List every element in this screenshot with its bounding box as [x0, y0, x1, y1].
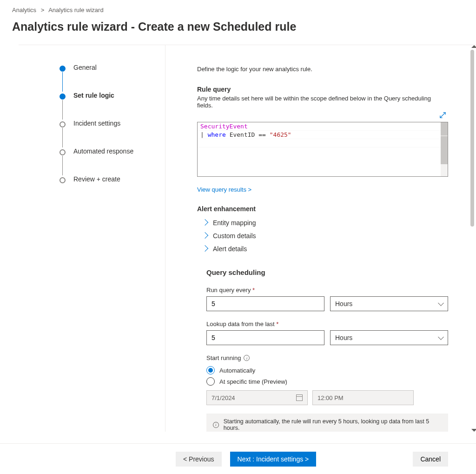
step-dot-icon	[60, 66, 66, 72]
chevron-right-icon	[202, 245, 208, 252]
radio-icon	[206, 366, 215, 374]
start-date-input: 7/1/2024	[206, 390, 308, 405]
step-review-create[interactable]: Review + create	[60, 175, 154, 183]
page-title: Analytics rule wizard - Create a new Sch…	[0, 17, 476, 45]
calendar-icon	[296, 394, 303, 401]
query-editor[interactable]: SecurityEvent | where EventID == "4625"	[197, 122, 448, 177]
run-query-label: Run query every *	[206, 287, 448, 294]
chevron-down-icon	[438, 334, 444, 340]
expander-label: Custom details	[213, 232, 256, 240]
step-dot-icon	[60, 177, 66, 183]
radio-icon	[206, 377, 215, 386]
lookup-value-input[interactable]	[206, 330, 324, 345]
step-connector	[62, 128, 63, 147]
wizard-footer: < Previous Next : Incident settings > Ca…	[0, 443, 476, 474]
step-label: Set rule logic	[73, 92, 114, 99]
breadcrumb-separator: >	[41, 7, 45, 13]
step-label: General	[73, 64, 97, 71]
step-dot-icon	[60, 93, 66, 100]
scroll-down-arrow[interactable]	[469, 426, 476, 431]
main-scrollbar[interactable]	[470, 50, 475, 427]
chevron-down-icon	[438, 300, 444, 306]
step-label: Incident settings	[73, 120, 120, 127]
step-label: Review + create	[73, 175, 120, 183]
custom-details-expander[interactable]: Custom details	[197, 229, 448, 242]
date-value: 7/1/2024	[212, 394, 235, 401]
rule-query-subtext: Any time details set here will be within…	[197, 95, 448, 109]
step-dot-icon	[60, 121, 66, 127]
breadcrumb-root-link[interactable]: Analytics	[12, 7, 36, 13]
previous-button[interactable]: < Previous	[176, 452, 222, 467]
select-value: Hours	[335, 300, 352, 307]
start-running-label: Start running	[206, 354, 241, 361]
main-content: Define the logic for your new analytics …	[165, 45, 476, 432]
step-automated-response[interactable]: Automated response	[60, 147, 154, 175]
time-value: 12:00 PM	[317, 394, 344, 401]
step-set-rule-logic[interactable]: Set rule logic	[60, 92, 154, 120]
scrollbar-thumb[interactable]	[470, 50, 474, 227]
expand-editor-icon[interactable]	[439, 112, 446, 120]
code-token: ==	[258, 131, 266, 138]
expander-label: Alert details	[213, 245, 247, 253]
entity-mapping-expander[interactable]: Entity mapping	[197, 216, 448, 229]
radio-label: At specific time (Preview)	[219, 378, 287, 385]
query-scheduling-heading: Query scheduling	[206, 268, 448, 276]
banner-text: Starting automatically, the rule will ru…	[224, 418, 442, 431]
editor-minimap[interactable]	[441, 122, 448, 176]
chevron-right-icon	[202, 219, 208, 226]
step-connector	[62, 156, 63, 175]
code-token: SecurityEvent	[200, 123, 248, 130]
code-token: EventID	[230, 131, 255, 138]
radio-automatically[interactable]: Automatically	[206, 366, 448, 374]
alert-enhancement-heading: Alert enhancement	[197, 205, 448, 213]
expander-label: Entity mapping	[213, 219, 256, 227]
chevron-right-icon	[202, 232, 208, 239]
next-button[interactable]: Next : Incident settings >	[230, 452, 317, 467]
alert-details-expander[interactable]: Alert details	[197, 242, 448, 255]
radio-specific-time[interactable]: At specific time (Preview)	[206, 377, 448, 386]
step-general[interactable]: General	[60, 64, 154, 92]
breadcrumb-current: Analytics rule wizard	[48, 7, 104, 13]
step-connector	[62, 100, 63, 120]
start-time-input: 12:00 PM	[312, 390, 414, 405]
step-label: Automated response	[73, 147, 133, 155]
intro-text: Define the logic for your new analytics …	[197, 66, 448, 73]
wizard-steps-sidebar: General Set rule logic Incident settings…	[19, 45, 165, 432]
lookup-data-label: Lookup data from the last *	[206, 320, 448, 327]
step-connector	[62, 72, 63, 92]
step-dot-icon	[60, 149, 66, 155]
cancel-button[interactable]: Cancel	[413, 452, 448, 467]
code-token: where	[208, 131, 226, 138]
code-token: "4625"	[270, 131, 291, 138]
select-value: Hours	[335, 334, 352, 341]
run-query-unit-select[interactable]: Hours	[330, 296, 448, 311]
run-query-value-input[interactable]	[206, 296, 324, 311]
info-icon: i	[213, 422, 219, 428]
rule-query-heading: Rule query	[197, 86, 448, 93]
schedule-info-banner: i Starting automatically, the rule will …	[206, 414, 448, 432]
code-token: |	[200, 131, 204, 138]
info-icon[interactable]: i	[244, 355, 250, 361]
step-incident-settings[interactable]: Incident settings	[60, 120, 154, 147]
breadcrumb: Analytics > Analytics rule wizard	[0, 0, 476, 17]
radio-label: Automatically	[219, 367, 255, 374]
view-query-results-link[interactable]: View query results >	[197, 186, 251, 193]
lookup-unit-select[interactable]: Hours	[330, 330, 448, 345]
